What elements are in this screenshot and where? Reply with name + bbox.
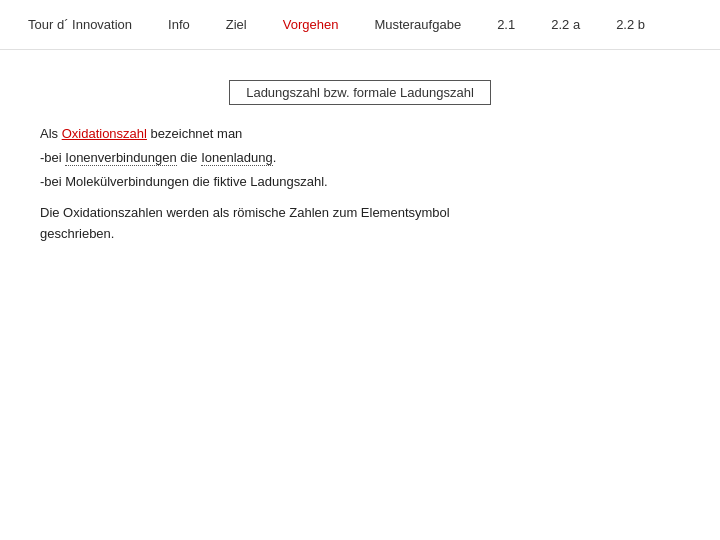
intro2-text: bezeichnet man — [147, 126, 242, 141]
content-block: Als Oxidationszahl bezeichnet man -bei I… — [40, 123, 680, 245]
nav-item-21[interactable]: 2.1 — [479, 0, 533, 49]
line3-1: Die Oxidationszahlen werden als römische… — [40, 205, 450, 220]
nav-item-musteraufgabe[interactable]: Musteraufgabe — [356, 0, 479, 49]
line1-end: . — [273, 150, 277, 165]
main-content: Ladungszahl bzw. formale Ladungszahl Als… — [0, 60, 720, 265]
nav-item-vorgehen[interactable]: Vorgehen — [265, 0, 357, 49]
nav-item-22b[interactable]: 2.2 b — [598, 0, 663, 49]
line2: -bei Molekülverbindungen die fiktive Lad… — [40, 171, 680, 193]
ionenladung-link[interactable]: Ionenladung — [201, 150, 273, 166]
nav-item-22a[interactable]: 2.2 a — [533, 0, 598, 49]
nav-item-tour[interactable]: Tour d´ Innovation — [10, 0, 150, 49]
title-box: Ladungszahl bzw. formale Ladungszahl — [229, 80, 491, 105]
line1-prefix: -bei — [40, 150, 65, 165]
oxidationszahl-link[interactable]: Oxidationszahl — [62, 126, 147, 141]
ionenverbindungen-link[interactable]: Ionenverbindungen — [65, 150, 176, 166]
intro-text: Als — [40, 126, 62, 141]
title-text: Ladungszahl bzw. formale Ladungszahl — [246, 85, 474, 100]
line1: -bei Ionenverbindungen die Ionenladung. — [40, 147, 680, 169]
intro-line: Als Oxidationszahl bezeichnet man — [40, 123, 680, 145]
nav-item-info[interactable]: Info — [150, 0, 208, 49]
nav-item-ziel[interactable]: Ziel — [208, 0, 265, 49]
line3-2: geschrieben. — [40, 226, 114, 241]
final-block: Die Oxidationszahlen werden als römische… — [40, 203, 680, 245]
line1-suffix: die — [177, 150, 202, 165]
navigation-bar: Tour d´ Innovation Info Ziel Vorgehen Mu… — [0, 0, 720, 50]
